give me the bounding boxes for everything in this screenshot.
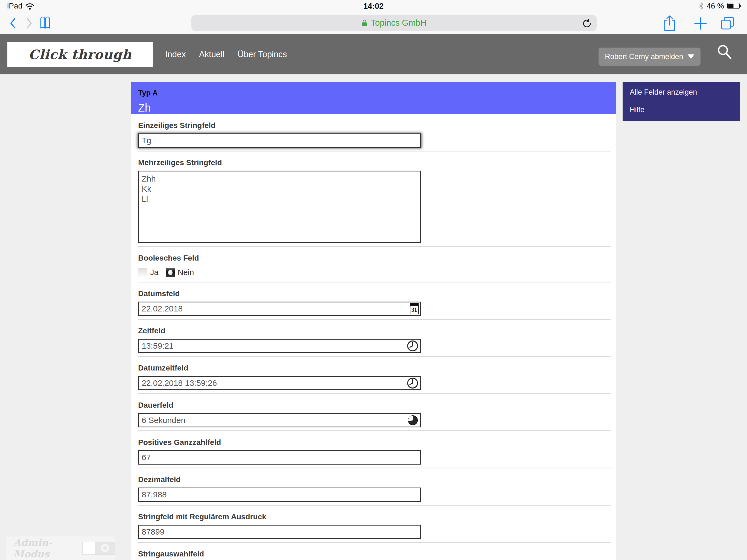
battery-icon (727, 3, 741, 9)
input-with-icon: 31 (138, 302, 421, 316)
nav-link-0[interactable]: Index (165, 50, 186, 59)
field-label: Boolesches Feld (138, 254, 611, 262)
admin-mode-panel: Admin-Modus (6, 536, 115, 560)
calendar-day-number: 31 (410, 306, 418, 314)
radio-option-0: Ja (138, 268, 159, 277)
text-field[interactable] (138, 376, 421, 390)
lock-icon (361, 19, 367, 27)
field-label: Mehrzeiliges Stringfeld (138, 158, 611, 167)
text-field[interactable] (138, 413, 421, 427)
side-menu: Alle Felder anzeigenHilfe (623, 82, 740, 121)
status-right: 46 % (699, 0, 741, 12)
form-field-row: Dezimalfeld (138, 468, 611, 506)
ipad-safari-screen: iPad 14:02 46 % (0, 0, 747, 560)
input-with-icon (138, 339, 421, 353)
multiline-text-field[interactable] (138, 171, 421, 243)
tabs-icon[interactable] (721, 17, 735, 29)
site-header: Click through IndexAktuellÜber Topincs R… (0, 34, 747, 74)
admin-mode-toggle-track (95, 542, 115, 554)
address-bar[interactable]: Topincs GmbH (191, 15, 597, 31)
text-field[interactable] (138, 525, 421, 539)
bookmarks-icon[interactable] (40, 16, 50, 30)
field-label: Datumsfeld (138, 289, 611, 298)
text-field[interactable] (138, 302, 421, 316)
share-icon[interactable] (663, 14, 676, 32)
admin-mode-label: Admin-Modus (14, 537, 74, 559)
back-button[interactable] (9, 18, 17, 29)
radio-unselected-icon[interactable] (138, 268, 147, 277)
form-field-row: Zeitfeld (138, 320, 611, 357)
battery-percent-label: 46 % (706, 2, 724, 10)
page-body: Typ A Zh Alle Felder anzeigenHilfe Einze… (0, 74, 747, 560)
side-menu-item-1[interactable]: Hilfe (630, 105, 733, 114)
field-label: Datumzeitfeld (138, 364, 611, 373)
status-center: 14:02 (0, 0, 747, 12)
input-with-icon (138, 413, 421, 427)
form-field-row: Stringfeld mit Regulärem Ausdruck (138, 506, 611, 543)
radio-option-label: Nein (178, 268, 194, 277)
nav-link-2[interactable]: Über Topincs (238, 50, 287, 59)
radio-selected-icon[interactable] (166, 268, 175, 277)
site-logo[interactable]: Click through (7, 42, 153, 67)
input-with-icon (138, 376, 421, 390)
field-label: Positives Ganzzahlfeld (138, 438, 611, 447)
form-field-row: Boolesches FeldJaNein (138, 247, 611, 282)
record-title: Zh (138, 102, 616, 114)
field-label: Stringauswahlfeld (138, 550, 611, 558)
url-text: Topincs GmbH (371, 18, 426, 28)
text-field[interactable] (138, 487, 421, 502)
calendar-icon[interactable]: 31 (410, 303, 419, 314)
logout-user-button[interactable]: Robert Cerny abmelden (598, 48, 700, 66)
record-form: Einzeiliges StringfeldMehrzeiliges Strin… (131, 114, 616, 560)
side-menu-item-0[interactable]: Alle Felder anzeigen (630, 88, 733, 97)
field-label: Stringfeld mit Regulärem Ausdruck (138, 512, 611, 521)
new-tab-icon[interactable] (694, 17, 707, 30)
calendar-glyph: 31 (410, 303, 419, 314)
form-field-row: Dauerfeld (138, 394, 611, 431)
nav-link-1[interactable]: Aktuell (199, 50, 225, 59)
search-icon[interactable] (716, 44, 733, 60)
field-label: Einzeiliges Stringfeld (138, 121, 611, 130)
form-field-row: Datumsfeld31 (138, 282, 611, 320)
clock-icon[interactable] (407, 340, 419, 352)
form-field-row: Einzeiliges Stringfeld (138, 114, 611, 152)
bluetooth-icon (699, 2, 703, 9)
admin-mode-toggle-knob (101, 544, 109, 552)
forward-button[interactable] (26, 18, 33, 29)
admin-mode-toggle[interactable] (82, 542, 115, 555)
field-label: Zeitfeld (138, 327, 611, 335)
clock-icon[interactable] (407, 377, 419, 389)
form-field-row: Datumzeitfeld (138, 357, 611, 394)
radio-option-label: Ja (150, 268, 159, 277)
field-label: Dezimalfeld (138, 475, 611, 484)
field-label: Dauerfeld (138, 401, 611, 410)
text-field[interactable] (138, 133, 421, 148)
text-field[interactable] (138, 450, 421, 464)
duration-icon[interactable] (407, 414, 419, 426)
form-field-row: StringauswahlfeldGreater▼ (138, 543, 611, 560)
radio-option-1: Nein (166, 268, 194, 277)
form-field-row: Positives Ganzzahlfeld (138, 431, 611, 468)
logout-user-label: Robert Cerny abmelden (605, 52, 683, 61)
text-field[interactable] (138, 339, 421, 353)
site-logo-text: Click through (29, 47, 132, 62)
safari-toolbar: Topincs GmbH (0, 12, 747, 34)
chevron-down-icon (688, 54, 694, 59)
record-type-label: Typ A (138, 89, 616, 97)
status-bar: iPad 14:02 46 % (0, 0, 747, 12)
form-field-row: Mehrzeiliges Stringfeld (138, 152, 611, 247)
reload-icon[interactable] (582, 18, 592, 28)
record-header: Typ A Zh (131, 82, 616, 114)
main-nav: IndexAktuellÜber Topincs (165, 34, 287, 74)
calendar-top-band (410, 304, 418, 306)
radio-group: JaNein (138, 266, 611, 279)
clock-label: 14:02 (363, 2, 384, 11)
radio-dot (168, 270, 173, 275)
